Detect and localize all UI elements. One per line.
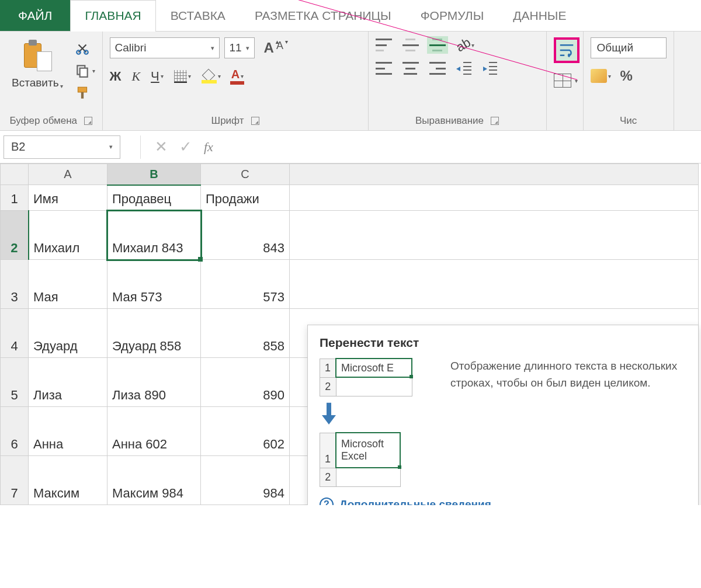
tab-formulas[interactable]: ФОРМУЛЫ: [406, 0, 499, 31]
row-header-6[interactable]: 6: [1, 407, 29, 456]
cell-d3[interactable]: [290, 260, 699, 309]
cell-a5[interactable]: Лиза: [29, 358, 107, 407]
format-painter-icon[interactable]: [74, 85, 91, 100]
tooltip-title: Перенести текст: [320, 336, 686, 350]
font-dialog-launcher[interactable]: [251, 117, 259, 125]
tab-file[interactable]: ФАЙЛ: [0, 0, 70, 31]
cell-c3[interactable]: 573: [201, 260, 290, 309]
number-group-label: Чис: [620, 115, 637, 127]
wrap-text-icon: [558, 41, 575, 59]
name-box[interactable]: B2▾: [4, 135, 120, 159]
formula-bar: B2▾ ✕ ✓ fx: [0, 131, 701, 163]
cell-c2[interactable]: 843: [201, 211, 290, 260]
cell-b1[interactable]: Продавец: [107, 185, 201, 211]
group-font: Calibri▾ 11▾ A▴ A▾ Ж К Ч▾ ▾ ▾ А▾ Шрифт: [103, 32, 369, 130]
cell-a1[interactable]: Имя: [29, 185, 107, 211]
cell-b7[interactable]: Максим 984: [107, 456, 201, 505]
cut-icon[interactable]: [74, 41, 91, 56]
svg-rect-5: [81, 92, 83, 99]
italic-button[interactable]: К: [131, 69, 140, 84]
font-group-label: Шрифт: [211, 115, 244, 127]
svg-rect-4: [78, 87, 86, 92]
worksheet-grid[interactable]: A B C 1 Имя Продавец Продажи 2 Михаил Ми…: [0, 163, 701, 505]
increase-font-icon[interactable]: A▴: [264, 40, 274, 56]
percent-button[interactable]: %: [620, 68, 633, 84]
cell-b3[interactable]: Мая 573: [107, 260, 201, 309]
number-format-combo[interactable]: Общий: [591, 37, 667, 58]
font-color-icon[interactable]: А: [231, 68, 240, 85]
row-header-2[interactable]: 2: [1, 211, 29, 260]
merge-cells-button[interactable]: ▾: [554, 74, 579, 88]
group-wrap: ▾: [547, 32, 583, 130]
wrap-text-tooltip: Перенести текст 1Microsoft E 2 1Microsof…: [307, 325, 699, 505]
row-header-4[interactable]: 4: [1, 309, 29, 358]
align-middle-icon[interactable]: [402, 39, 419, 51]
align-left-icon[interactable]: [376, 62, 392, 75]
select-all-corner[interactable]: [1, 164, 29, 185]
cell-a4[interactable]: Эдуард: [29, 309, 107, 358]
tab-data[interactable]: ДАННЫЕ: [498, 0, 581, 31]
bold-button[interactable]: Ж: [110, 69, 122, 84]
col-header-a[interactable]: A: [29, 164, 107, 185]
col-header-c[interactable]: C: [201, 164, 290, 185]
cell-a7[interactable]: Максим: [29, 456, 107, 505]
decrease-font-icon[interactable]: A▾: [276, 40, 283, 56]
group-number: Общий ▾ % Чис: [583, 32, 674, 130]
col-header-rest[interactable]: [290, 164, 699, 185]
clipboard-dialog-launcher[interactable]: [84, 117, 92, 125]
row-header-5[interactable]: 5: [1, 358, 29, 407]
copy-icon: [74, 63, 91, 78]
increase-indent-icon[interactable]: [482, 62, 497, 75]
tab-home[interactable]: ГЛАВНАЯ: [70, 0, 155, 32]
align-right-icon[interactable]: [429, 62, 446, 75]
cell-d2[interactable]: [290, 211, 699, 260]
currency-icon[interactable]: [591, 69, 607, 83]
cell-c5[interactable]: 890: [201, 358, 290, 407]
cell-d1[interactable]: [290, 185, 699, 211]
help-icon: ?: [320, 497, 334, 505]
cell-b2[interactable]: Михаил 843: [107, 211, 201, 260]
fx-icon[interactable]: fx: [204, 140, 213, 155]
group-alignment: ab▾ Выравнивание: [369, 32, 547, 130]
tooltip-illustration: 1Microsoft E 2 1MicrosoftExcel 2: [320, 358, 436, 487]
font-size-combo[interactable]: 11▾: [224, 37, 255, 58]
tooltip-more-link[interactable]: ? Дополнительные сведения: [320, 497, 686, 505]
decrease-indent-icon[interactable]: [456, 62, 471, 75]
clipboard-icon: [23, 40, 52, 71]
cell-b6[interactable]: Анна 602: [107, 407, 201, 456]
tab-page-layout[interactable]: РАЗМЕТКА СТРАНИЦЫ: [240, 0, 406, 31]
underline-button[interactable]: Ч: [151, 69, 159, 84]
align-center-icon[interactable]: [402, 62, 419, 75]
tab-insert[interactable]: ВСТАВКА: [156, 0, 240, 31]
cell-c7[interactable]: 984: [201, 456, 290, 505]
row-header-7[interactable]: 7: [1, 456, 29, 505]
cell-a2[interactable]: Михаил: [29, 211, 107, 260]
cell-a6[interactable]: Анна: [29, 407, 107, 456]
fill-color-icon[interactable]: [202, 69, 217, 83]
cell-b4[interactable]: Эдуард 858: [107, 309, 201, 358]
ribbon: Вставить▾ ▾ Буфер обмена Calibri▾ 11▾ A▴…: [0, 32, 701, 131]
cancel-formula-icon[interactable]: ✕: [155, 138, 168, 156]
cell-a3[interactable]: Мая: [29, 260, 107, 309]
alignment-dialog-launcher[interactable]: [491, 117, 499, 125]
paste-button[interactable]: Вставить▾: [7, 37, 68, 92]
svg-rect-3: [79, 68, 87, 77]
cell-c1[interactable]: Продажи: [201, 185, 290, 211]
cell-c4[interactable]: 858: [201, 309, 290, 358]
align-top-icon[interactable]: [376, 39, 392, 51]
group-clipboard: Вставить▾ ▾ Буфер обмена: [0, 32, 103, 130]
wrap-text-button[interactable]: [554, 37, 579, 63]
font-name-combo[interactable]: Calibri▾: [110, 37, 220, 58]
row-header-3[interactable]: 3: [1, 260, 29, 309]
col-header-b[interactable]: B: [107, 164, 201, 185]
cell-b5[interactable]: Лиза 890: [107, 358, 201, 407]
cell-c6[interactable]: 602: [201, 407, 290, 456]
ribbon-tabs: ФАЙЛ ГЛАВНАЯ ВСТАВКА РАЗМЕТКА СТРАНИЦЫ Ф…: [0, 0, 701, 32]
tooltip-description: Отображение длинного текста в нескольких…: [450, 358, 686, 487]
copy-button[interactable]: ▾: [74, 63, 95, 78]
down-arrow-icon: [320, 401, 338, 426]
clipboard-group-label: Буфер обмена: [10, 115, 78, 127]
borders-icon[interactable]: [174, 70, 187, 83]
row-header-1[interactable]: 1: [1, 185, 29, 211]
accept-formula-icon[interactable]: ✓: [179, 138, 192, 156]
